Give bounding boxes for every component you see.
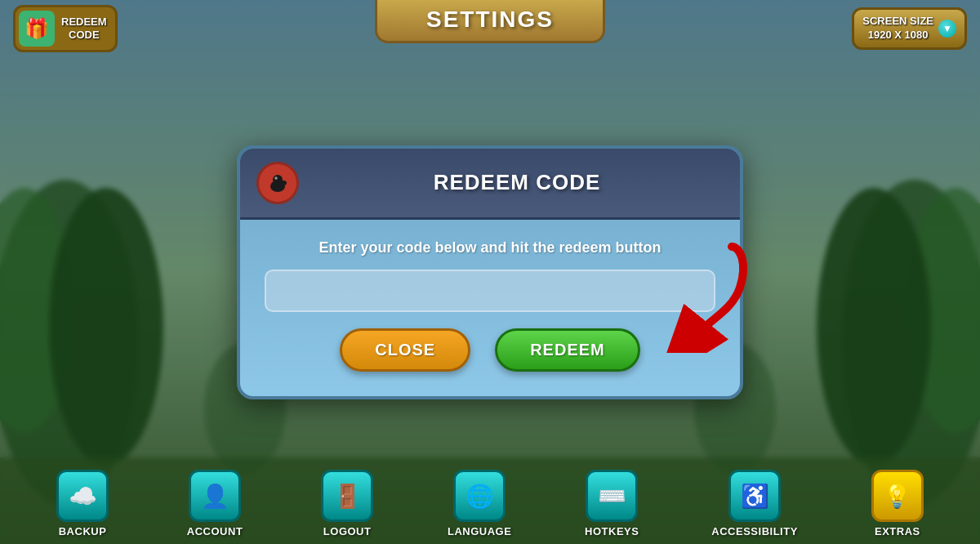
- dialog-header: Redeem Code: [240, 149, 740, 220]
- code-input[interactable]: [265, 270, 715, 312]
- dialog-buttons: Close Redeem: [240, 328, 740, 372]
- svg-point-15: [275, 177, 277, 179]
- dialog-title: Redeem Code: [310, 170, 724, 195]
- dialog-instruction: Enter your code below and hit the redeem…: [265, 239, 715, 256]
- redeem-button[interactable]: Redeem: [495, 328, 640, 372]
- dialog-overlay: Redeem Code Enter your code below and hi…: [0, 0, 980, 544]
- svg-point-13: [280, 181, 287, 185]
- avatar: [256, 162, 299, 204]
- dialog-body: Enter your code below and hit the redeem…: [240, 220, 740, 328]
- redeem-code-dialog: Redeem Code Enter your code below and hi…: [237, 145, 743, 399]
- close-button[interactable]: Close: [340, 328, 470, 372]
